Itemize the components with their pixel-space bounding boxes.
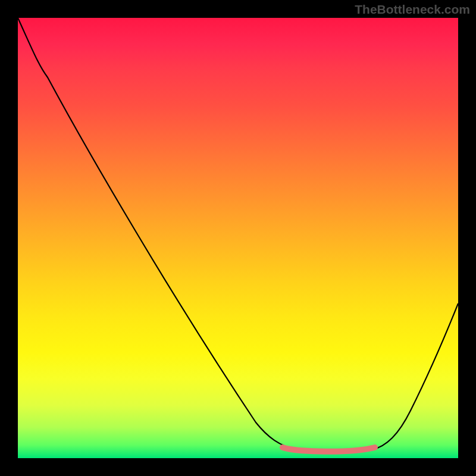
bottleneck-floor-highlight [283, 447, 375, 452]
curve-svg [18, 18, 458, 458]
chart-container: TheBottleneck.com [0, 0, 476, 476]
plot-area [18, 18, 458, 458]
watermark-text: TheBottleneck.com [355, 2, 470, 17]
bottleneck-curve [18, 18, 458, 453]
